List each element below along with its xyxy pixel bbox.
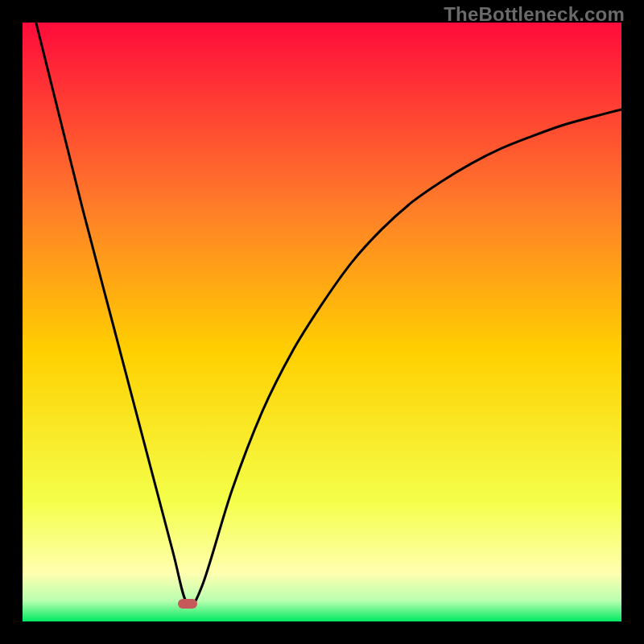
bottleneck-curve <box>23 23 621 621</box>
watermark-text: TheBottleneck.com <box>444 3 625 26</box>
outer-frame: TheBottleneck.com <box>0 0 644 644</box>
plot-area <box>23 23 621 621</box>
optimum-marker <box>178 599 197 609</box>
